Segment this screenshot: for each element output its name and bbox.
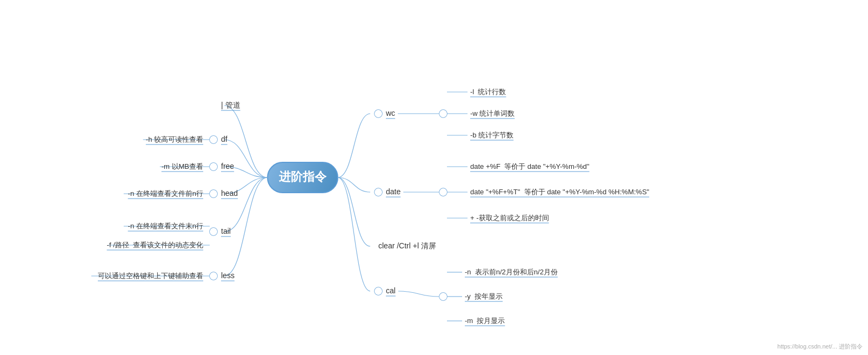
watermark: https://blog.csdn.net/... 进阶指令 — [777, 343, 863, 351]
